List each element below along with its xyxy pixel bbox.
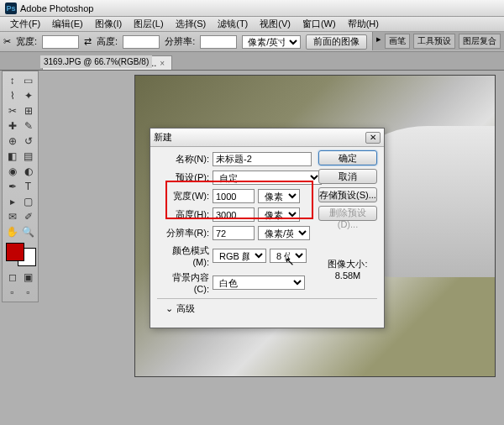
res-unit[interactable]: 像素/英寸 xyxy=(258,226,310,240)
height-input[interactable] xyxy=(213,207,255,222)
width-unit[interactable]: 像素 xyxy=(258,189,300,203)
opt-width-input[interactable] xyxy=(42,35,79,49)
fg-color[interactable] xyxy=(6,243,24,261)
bg-select[interactable]: 白色 xyxy=(213,275,305,290)
opt-res-label: 分辨率: xyxy=(165,35,195,48)
menu-view[interactable]: 视图(V) xyxy=(255,16,296,32)
brush-tool-icon[interactable]: ✎ xyxy=(20,118,36,134)
stamp-tool-icon[interactable]: ⊕ xyxy=(4,134,20,149)
gradient-tool-icon[interactable]: ▤ xyxy=(20,149,36,164)
panel-brushes[interactable]: 画笔 xyxy=(385,34,410,49)
menu-window[interactable]: 窗口(W) xyxy=(297,16,341,32)
shape-tool-icon[interactable]: ▢ xyxy=(20,194,36,209)
menu-select[interactable]: 选择(S) xyxy=(171,16,212,32)
eraser-tool-icon[interactable]: ◧ xyxy=(4,149,20,164)
advanced-label[interactable]: 高级 xyxy=(176,302,195,315)
opt-width-label: 宽度: xyxy=(16,35,37,48)
panel-layer-comps[interactable]: 图层复合 xyxy=(459,34,501,49)
color-swatch[interactable] xyxy=(6,243,36,266)
preset-select[interactable]: 自定 xyxy=(213,171,322,185)
opt-height-label: 高度: xyxy=(97,35,118,48)
toolbox: ↕▭ ⌇✦ ✂⊞ ✚✎ ⊕↺ ◧▤ ◉◐ ✒T ▸▢ ✉✐ ✋🔍 ◻▣ ▫▫ xyxy=(2,71,39,302)
menu-help[interactable]: 帮助(H) xyxy=(343,16,384,32)
name-input[interactable] xyxy=(213,152,312,166)
mode-label: 颜色模式(M): xyxy=(157,244,209,267)
image-size-label: 图像大小: xyxy=(318,258,377,270)
move-tool-icon[interactable]: ↕ xyxy=(4,73,20,88)
notes-tool-icon[interactable]: ✉ xyxy=(4,209,20,224)
mode2-icon[interactable]: ▫ xyxy=(20,285,36,300)
front-image-button[interactable]: 前面的图像 xyxy=(306,34,367,50)
chevron-down-icon[interactable]: ⌄ xyxy=(165,303,173,314)
dialog-close-icon[interactable]: ✕ xyxy=(365,132,381,144)
panel-toggle-icon[interactable]: ▸ xyxy=(376,34,381,49)
menu-image[interactable]: 图像(I) xyxy=(90,16,127,32)
dialog-title: 新建 xyxy=(154,131,172,144)
right-panels: ▸ 画笔 工具预设 图层复合 xyxy=(372,32,504,50)
height-unit[interactable]: 像素 xyxy=(258,207,300,222)
eyedropper-tool-icon[interactable]: ✐ xyxy=(20,209,36,224)
bg-label: 背景内容(C): xyxy=(157,271,209,294)
wand-tool-icon[interactable]: ✦ xyxy=(20,88,36,103)
width-input[interactable] xyxy=(213,189,255,203)
close-icon[interactable]: × xyxy=(160,59,165,68)
doc-info: 3169.JPG @ 66.7%(RGB/8) xyxy=(40,55,152,68)
menu-edit[interactable]: 编辑(E) xyxy=(47,16,88,32)
app-icon: Ps xyxy=(5,3,17,14)
opt-res-unit[interactable]: 像素/英寸 xyxy=(242,35,301,49)
pen-tool-icon[interactable]: ✒ xyxy=(4,179,20,194)
res-label: 分辨率(R): xyxy=(157,227,209,239)
dialog-titlebar[interactable]: 新建 ✕ xyxy=(150,129,384,147)
save-preset-button[interactable]: 存储预设(S)... xyxy=(318,187,377,202)
res-input[interactable] xyxy=(213,226,255,240)
name-label: 名称(N): xyxy=(157,153,209,165)
zoom-tool-icon[interactable]: 🔍 xyxy=(20,224,36,239)
marquee-tool-icon[interactable]: ▭ xyxy=(20,73,36,88)
new-dialog: 新建 ✕ 确定 取消 存储预设(S)... 删除预设(D)... 图像大小: 8… xyxy=(150,128,385,328)
heal-tool-icon[interactable]: ✚ xyxy=(4,118,20,134)
quickmask-icon[interactable]: ◻ xyxy=(4,270,20,285)
history-brush-icon[interactable]: ↺ xyxy=(20,134,36,149)
swap-icon[interactable]: ⇄ xyxy=(84,36,92,47)
panel-tool-presets[interactable]: 工具预设 xyxy=(413,34,455,49)
type-tool-icon[interactable]: T xyxy=(20,179,36,194)
ok-button[interactable]: 确定 xyxy=(318,150,377,165)
opt-res-input[interactable] xyxy=(200,35,237,49)
crop-tool-icon[interactable]: ✂ xyxy=(4,103,20,118)
mode1-icon[interactable]: ▫ xyxy=(4,285,20,300)
slice-tool-icon[interactable]: ⊞ xyxy=(20,103,36,118)
preset-label: 预设(P): xyxy=(157,171,209,184)
mode-select[interactable]: RGB 颜色 xyxy=(213,249,266,263)
menu-filter[interactable]: 滤镜(T) xyxy=(213,16,253,32)
titlebar: Ps Adobe Photoshop xyxy=(0,0,504,17)
dodge-tool-icon[interactable]: ◐ xyxy=(20,164,36,179)
delete-preset-button: 删除预设(D)... xyxy=(318,206,377,221)
cancel-button[interactable]: 取消 xyxy=(318,169,377,184)
width-label: 宽度(W): xyxy=(157,190,209,202)
screenmode-icon[interactable]: ▣ xyxy=(20,270,36,285)
menubar: 文件(F) 编辑(E) 图像(I) 图层(L) 选择(S) 滤镜(T) 视图(V… xyxy=(0,17,504,32)
path-tool-icon[interactable]: ▸ xyxy=(4,194,20,209)
app-title: Adobe Photoshop xyxy=(20,3,93,13)
lasso-tool-icon[interactable]: ⌇ xyxy=(4,88,20,103)
blur-tool-icon[interactable]: ◉ xyxy=(4,164,20,179)
hand-tool-icon[interactable]: ✋ xyxy=(4,224,20,239)
opt-height-input[interactable] xyxy=(123,35,160,49)
crop-tool-icon: ✂ xyxy=(3,36,11,47)
height-label: 高度(H): xyxy=(157,208,209,221)
menu-file[interactable]: 文件(F) xyxy=(5,16,45,32)
menu-layer[interactable]: 图层(L) xyxy=(129,16,168,32)
image-size-value: 8.58M xyxy=(318,270,377,281)
cursor-icon: ↖ xyxy=(285,254,295,268)
